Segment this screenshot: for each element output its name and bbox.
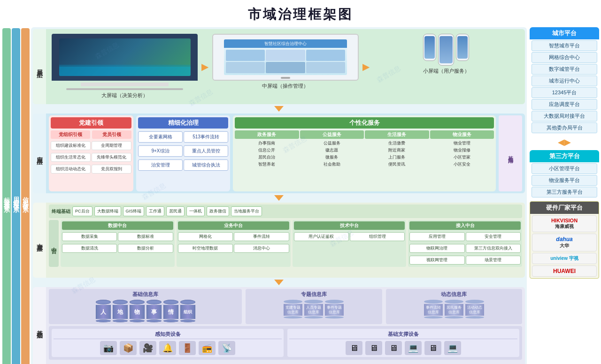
support-layer-content: 终端基础 PC后台 大数据终端 GIS终端 工作通 居民通 一体机 政务微信 当… [46,203,525,278]
display-layer-label: 展示层 [33,29,46,104]
fine-section: 精细化治理 全要素网格 513事件流转 9+X综治 重点人员管控 治安管理 城管… [136,115,230,191]
mobile-label: 小屏端（用户服务） [423,68,470,75]
app-layer: 应用层 党建引领 党组织引领 党员引领 组织建设标准化 全周期 [33,114,525,193]
scyl-body-1: 党建专题信息库 [284,304,302,316]
fine-item-6: 城管综合执法 [184,159,228,171]
sensor-title-2: 基础支撑设备 [289,331,517,339]
cyl-top-6 [180,300,195,304]
display-layer-content: 大屏端（决策分析） ▶ 智慧社区综合治理中心 [46,29,525,104]
mobile-3 [456,34,469,61]
city-item-4: 城市运行中心 [532,76,597,86]
t8: 当地服务平台 [231,206,262,216]
t6: 一体机 [186,206,205,216]
tablet-inner: 智慧社区综合治理中心 [224,39,347,76]
fine-item-5: 治安管理 [138,159,183,171]
midtable-data: 数据中台 数据采集 数据标准 数据清洗 数据分析 [61,220,175,267]
sensor-icons-1: 📷 📦 🎥 🔔 🚪 📻 📡 [54,341,282,355]
hardware-title: 硬件厂家平台 [530,202,599,214]
mb2: 事件流转 [234,232,289,241]
mobile-inner-2 [439,36,453,63]
mc1: 应用管理 [409,232,464,241]
fine-item-4: 重点人员管控 [184,145,228,157]
city-item-7: 大数据局对接平台 [532,111,597,121]
dcyl-bot-2 [445,316,463,318]
city-item-8: 其他委办局平台 [532,122,597,133]
outer-wrapper: 标准支撑体系 用户管理体系 信息安全体系 展示层 [0,27,601,364]
left-labels: 标准支撑体系 用户管理体系 信息安全体系 [2,27,31,364]
arrow-down-2 [274,195,284,201]
personal-col1-title: 政务服务 [235,130,299,139]
pc3-i3: 上门服务 [365,154,429,161]
city-platform-section: 城市平台 智慧城市平台 网格综合中心 数字城管平台 城市运行中心 12345平台… [530,27,599,134]
t7: 政务微信 [207,206,229,216]
md1: 数据采集 [62,232,117,241]
hw-item-1: HIKVISION 海康威视 [532,215,597,232]
midtable-business: 业务中台 网格化 事件流转 时空地理数据 消息中心 [177,220,291,267]
hardware-section: 硬件厂家平台 HIKVISION 海康威视 dahua 大华 uniview 宇… [530,201,599,279]
fine-item-2: 513事件流转 [184,131,228,143]
huawei-label: HUAWEI [533,268,595,274]
main-container: 森普信息 森普信息 森普信息 森普信息 森普信息 森普信息 森普信息 市域治理框… [0,0,601,364]
support-laptop2: 💻 [444,341,461,355]
dcyl-top-1 [424,300,443,303]
hikvision-cn: 海康威视 [533,223,595,230]
cyl-bot-2 [113,319,128,322]
dcyl-top-2 [445,300,463,303]
scyl-body-3: 事件专题信息库 [325,304,344,316]
sensor-cam2: 🎥 [139,341,156,355]
tablet-label: 中屏端（操作管理） [262,83,308,90]
scyl-bot-1 [284,316,302,318]
mc2: 安全管理 [466,232,521,241]
dahua-cn: 大华 [533,243,595,249]
support-laptop: 💻 [405,341,422,355]
party-item-5: 先锋带头模范化 [92,153,131,162]
tablet-button [281,77,290,79]
cyl-body-3: 物 [130,305,145,319]
personal-col4-title: 物业服务 [430,130,494,139]
pc2-i4: 社会救助 [300,161,364,168]
pc4-i2: 物业报修 [430,147,494,154]
mb4: 消息中心 [234,244,289,253]
screen-base [66,88,183,90]
party-items: 组织建设标准化 全周期管理 组织生活常态化 先锋带头模范化 组织活动动态化 党员… [51,140,131,174]
mobile-inner-3 [457,36,468,59]
cyl-body-1: 人 [96,305,111,319]
midtable-connect-items: 应用管理 安全管理 物联网治理 第三方信息双向接入 视联网管理 场景管理 [409,231,521,265]
pc3-i2: 附近商家 [365,147,429,154]
personal-col-2: 公益服务 公益服务 徽志愿 微服务 社会救助 [300,130,364,168]
basic-info-title: 基础信息库 [51,291,240,298]
party-title: 党建引领 [51,117,131,129]
cyl-bot-5 [163,319,178,322]
pc3-i4: 便民资讯 [365,161,429,168]
city-item-3: 数字城管平台 [532,64,597,75]
party-sub2: 党员引领 [92,130,131,139]
hikvision-label: HIKVISION [533,218,595,223]
midtable-label: 中台 [49,220,59,267]
arrow-display-1: ▶ [201,34,208,99]
sensor-section-1: 感知类设备 📷 📦 🎥 🔔 🚪 📻 📡 [52,329,284,357]
personal-cols: 政务服务 办事指南 信息公开 居民自治 智慧养老 公益服务 公益服务 [235,130,494,168]
base-layer-label: 基础层 [33,287,46,364]
right-arrow: ◀▶ [530,137,599,147]
cyl-bot-1 [96,319,111,322]
cyl-bot-6 [180,319,195,322]
base-db-row: 基础信息库 人 地 [49,289,522,324]
third-platform-items: 小区管理平台 物业服务平台 第三方服务平台 [530,163,599,197]
basic-info-lib: 基础信息库 人 地 [49,289,242,324]
t5: 居民通 [166,206,185,216]
sensor-radio: 📻 [199,341,216,355]
app-layer-label: 应用层 [33,114,46,193]
pc3-i1: 生活缴费 [365,140,429,147]
screen-stand [81,83,169,86]
dcyl-2: 居民服务信息库 [445,300,463,318]
support-server4: 🖥 [424,341,441,355]
mobile-1 [423,34,436,61]
support-server2: 🖥 [365,341,382,355]
party-item-6: 党员双报到 [92,165,131,174]
scyl-body-2: 人员专题信息库 [304,304,323,316]
main-content: 展示层 大屏端（ [31,27,527,364]
mc5: 视联网管理 [409,256,464,265]
cyl-bot-4 [146,319,162,322]
support-layer-label: 支撑层 [33,203,46,278]
left-label-2: 用户管理体系 [12,28,20,364]
